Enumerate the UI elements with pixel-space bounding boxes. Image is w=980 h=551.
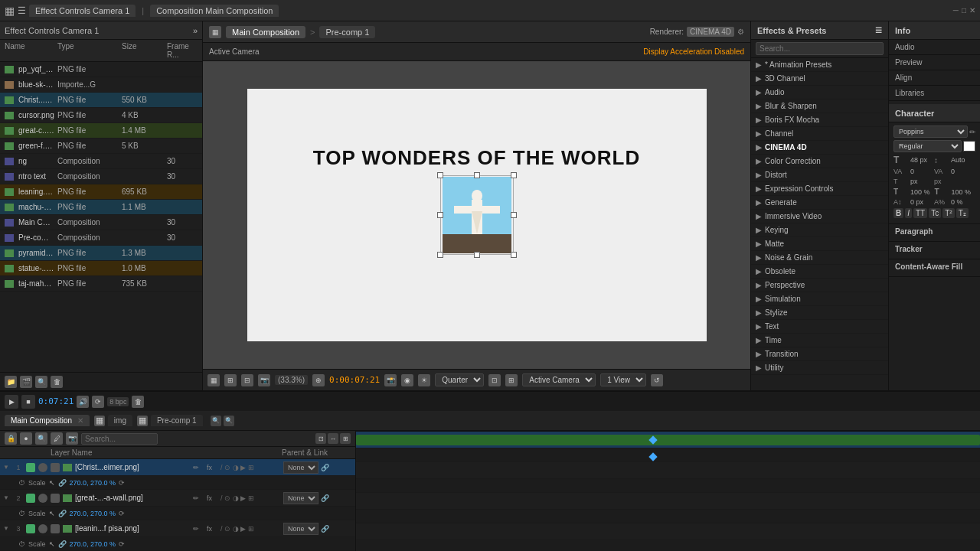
effects-category-item[interactable]: ▶3D Channel bbox=[751, 72, 888, 86]
main-comp-tab[interactable]: Main Composition bbox=[226, 26, 305, 38]
file-row[interactable]: statue-...y.png PNG file 1.0 MB bbox=[0, 261, 202, 276]
effects-category-item[interactable]: ▶Simulation bbox=[751, 292, 888, 306]
layer-edit-icon[interactable]: ✏ bbox=[193, 494, 205, 502]
parent-select[interactable]: None bbox=[283, 492, 318, 504]
layer-row[interactable]: ▼ 2 [great-...-a-wall.png] ✏ fx / ⊙ ◑ ▶ … bbox=[0, 490, 355, 507]
file-row[interactable]: Pre-comp 1 Composition 30 bbox=[0, 230, 202, 246]
layer-lock-icon[interactable] bbox=[51, 463, 60, 472]
small-caps-btn[interactable]: Tc bbox=[929, 208, 941, 218]
color-icon[interactable]: ◉ bbox=[401, 374, 413, 386]
caps-btn[interactable]: TT bbox=[913, 208, 927, 218]
kerning-value[interactable]: 0 bbox=[951, 168, 970, 175]
maximize-btn[interactable]: □ bbox=[962, 6, 966, 15]
effects-category-item[interactable]: ▶Immersive Video bbox=[751, 210, 888, 223]
expand-icon[interactable]: » bbox=[193, 26, 198, 35]
effects-category-item[interactable]: ▶CINEMA 4D bbox=[751, 141, 888, 155]
parent-link-icon[interactable]: 🔗 bbox=[321, 464, 329, 471]
audio-section[interactable]: Audio bbox=[889, 40, 980, 55]
layer-edit-icon[interactable]: ✏ bbox=[193, 525, 205, 533]
effects-category-item[interactable]: ▶Distort bbox=[751, 168, 888, 182]
pencil-icon[interactable]: ✏ bbox=[969, 128, 975, 136]
track-row[interactable] bbox=[356, 523, 980, 540]
pen-icon[interactable]: 🖊 bbox=[51, 432, 63, 445]
scale-reset-icon[interactable]: ⟳ bbox=[119, 510, 125, 517]
parent-link-icon[interactable]: 🔗 bbox=[321, 525, 329, 533]
region-icon[interactable]: ⊡ bbox=[488, 374, 501, 386]
baseline-value[interactable]: 0 px bbox=[910, 198, 929, 206]
super-btn[interactable]: T² bbox=[942, 208, 954, 218]
color-swatch[interactable] bbox=[963, 141, 975, 152]
bold-btn[interactable]: B bbox=[893, 208, 903, 218]
timeline-precomp-tab[interactable]: Pre-comp 1 bbox=[151, 415, 203, 426]
file-row[interactable]: great-c...ll.png PNG file 1.4 MB bbox=[0, 123, 202, 139]
layer-solo-icon[interactable] bbox=[38, 463, 47, 472]
hamburger-icon[interactable]: ☰ bbox=[18, 5, 26, 16]
style-select[interactable]: Regular bbox=[893, 140, 962, 152]
effects-category-item[interactable]: ▶Transition bbox=[751, 347, 888, 361]
effects-category-item[interactable]: ▶Time bbox=[751, 334, 888, 347]
effects-category-item[interactable]: ▶Perspective bbox=[751, 279, 888, 292]
file-row[interactable]: Main Co...ition Composition 30 bbox=[0, 215, 202, 230]
align-section[interactable]: Align bbox=[889, 70, 980, 86]
layer-effects-icon[interactable]: fx bbox=[207, 525, 219, 533]
scale-v-value[interactable]: 100 % bbox=[952, 188, 972, 196]
stopwatch-icon[interactable]: ⏱ bbox=[18, 540, 25, 548]
layer-search-input[interactable] bbox=[81, 433, 158, 445]
effects-category-item[interactable]: ▶Generate bbox=[751, 196, 888, 210]
play-btn[interactable]: ▶ bbox=[5, 395, 18, 409]
effects-category-item[interactable]: ▶Matte bbox=[751, 237, 888, 251]
camera-select[interactable]: Active Camera bbox=[522, 373, 596, 386]
tracking-value[interactable]: 0 bbox=[910, 168, 929, 175]
timeline-img-tab[interactable]: img bbox=[108, 415, 132, 426]
stop-btn[interactable]: ■ bbox=[21, 395, 35, 409]
italic-btn[interactable]: I bbox=[905, 208, 912, 218]
reset-icon[interactable]: ↺ bbox=[651, 374, 663, 386]
scale-value[interactable]: 270.0, 270.0 % bbox=[70, 540, 116, 548]
trash-icon[interactable]: 🗑 bbox=[51, 376, 63, 388]
layer-visibility-icon[interactable] bbox=[26, 524, 35, 533]
close-main-tab-icon[interactable]: ✕ bbox=[77, 416, 83, 425]
effects-category-item[interactable]: ▶Keying bbox=[751, 223, 888, 237]
effects-category-item[interactable]: ▶Text bbox=[751, 320, 888, 334]
composition-tab[interactable]: Composition Main Composition bbox=[150, 5, 279, 17]
toggle-transparency-icon[interactable]: ▦ bbox=[207, 374, 220, 386]
quality-select[interactable]: Quarter bbox=[435, 373, 484, 386]
layer-solo-icon[interactable] bbox=[38, 524, 47, 533]
scale-link-icon[interactable]: 🔗 bbox=[58, 540, 67, 548]
file-row[interactable]: pyramid.png PNG file 1.3 MB bbox=[0, 246, 202, 261]
zoom-level[interactable]: (33.3%) bbox=[275, 375, 308, 385]
effects-search-input[interactable] bbox=[756, 42, 884, 55]
zoom-fit-icon[interactable]: ⊕ bbox=[312, 374, 325, 386]
track-row[interactable] bbox=[356, 462, 980, 479]
effects-category-item[interactable]: ▶Utility bbox=[751, 361, 888, 375]
settings-icon[interactable]: ⚙ bbox=[737, 28, 744, 36]
loop-btn[interactable]: ⟳ bbox=[92, 396, 104, 408]
layer-visibility-icon[interactable] bbox=[26, 494, 35, 503]
scale-link-icon[interactable]: 🔗 bbox=[58, 479, 67, 487]
new-comp-icon[interactable]: 🎬 bbox=[20, 376, 32, 388]
scale-h-value[interactable]: 100 % bbox=[910, 188, 930, 196]
font-size-value[interactable]: 48 px bbox=[910, 156, 929, 164]
stopwatch-icon[interactable]: ⏱ bbox=[18, 510, 25, 517]
file-row[interactable]: ng Composition 30 bbox=[0, 154, 202, 169]
file-row[interactable]: taj-mahal.png PNG file 735 KB bbox=[0, 276, 202, 292]
file-row[interactable]: cursor.png PNG file 4 KB bbox=[0, 108, 202, 123]
file-row[interactable]: pp_yqf_scr.png PNG file bbox=[0, 62, 202, 77]
effects-category-item[interactable]: ▶Noise & Grain bbox=[751, 251, 888, 265]
snapshot-icon[interactable]: 📸 bbox=[384, 374, 397, 386]
track-row[interactable] bbox=[356, 493, 980, 510]
search-icon[interactable]: 🔍 bbox=[35, 376, 47, 388]
exposure-icon[interactable]: ☀ bbox=[418, 374, 430, 386]
effects-category-item[interactable]: ▶Expression Controls bbox=[751, 182, 888, 196]
scale-reset-icon[interactable]: ⟳ bbox=[119, 540, 125, 548]
scale-value[interactable]: 270.0, 270.0 % bbox=[70, 510, 116, 517]
camera-icon[interactable]: 📷 bbox=[258, 374, 270, 386]
lock-icon[interactable]: 🔒 bbox=[5, 432, 17, 445]
effects-category-item[interactable]: ▶Stylize bbox=[751, 306, 888, 320]
file-row[interactable]: Christ...er.png PNG file 550 KB bbox=[0, 93, 202, 108]
layer-expand-arrow[interactable]: ▼ bbox=[3, 525, 9, 532]
file-row[interactable]: machu-p...png PNG file 1.1 MB bbox=[0, 200, 202, 215]
grid-icon[interactable]: ⊞ bbox=[224, 374, 237, 386]
layer-edit-icon[interactable]: ✏ bbox=[193, 464, 205, 471]
layer-row[interactable]: ▼ 1 [Christ...eimer.png] ✏ fx / ⊙ ◑ ▶ ⊞ … bbox=[0, 459, 355, 476]
